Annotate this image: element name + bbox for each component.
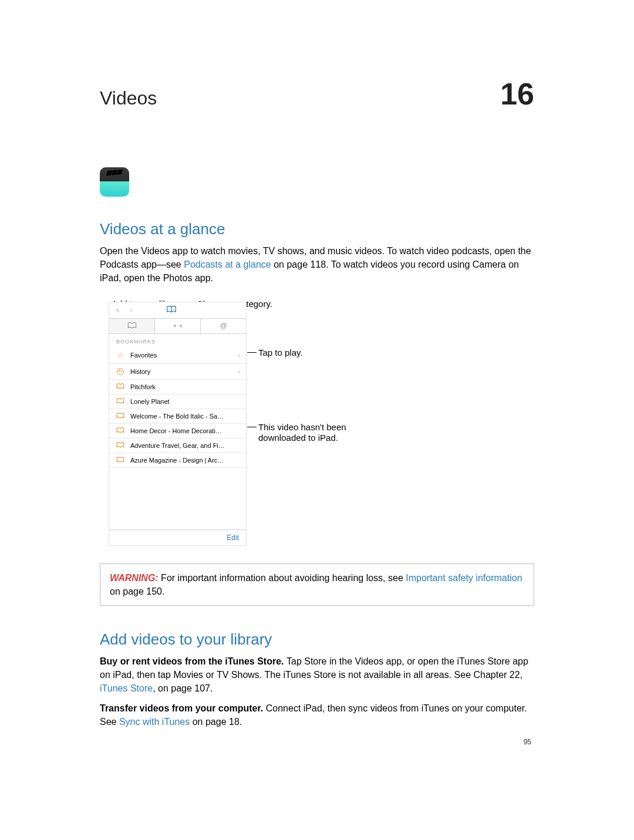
list-item[interactable]: Home Decor - Home Decorati…: [109, 424, 246, 438]
list-item-label: Favorites: [130, 352, 232, 359]
book-icon: [116, 398, 124, 404]
list-item[interactable]: Welcome - The Bold Italic - Sa…: [109, 409, 246, 424]
callout-tap-play: Tap to play.: [258, 348, 303, 359]
screenshot-figure: Add to your library. Choose a category. …: [109, 302, 534, 546]
link-safety-info[interactable]: Important safety information: [406, 573, 522, 583]
chevron-right-icon: ›: [238, 351, 240, 359]
list-item-label: Adventure Travel, Gear, and Fi…: [130, 442, 240, 449]
book-icon: [116, 427, 124, 434]
tab-bar: ⚬⚬ @: [109, 319, 246, 334]
chevron-right-icon: ›: [238, 367, 240, 376]
list-item-label: Home Decor - Home Decorati…: [130, 427, 240, 434]
list-item[interactable]: Lonely Planet: [109, 394, 246, 409]
paragraph-buy-rent: Buy or rent videos from the iTunes Store…: [100, 655, 534, 696]
book-open-icon: [166, 306, 177, 315]
list-item[interactable]: Pitchfork: [109, 380, 246, 394]
warning-label: WARNING:: [110, 573, 161, 583]
link-podcasts[interactable]: Podcasts at a glance: [184, 259, 271, 269]
link-sync-itunes[interactable]: Sync with iTunes: [119, 717, 190, 727]
tab-shared-links[interactable]: @: [201, 319, 246, 333]
chapter-title: Videos: [100, 87, 157, 109]
chapter-number: 16: [500, 76, 534, 112]
paragraph-transfer: Transfer videos from your computer. Conn…: [100, 701, 534, 728]
callout-not-downloaded: This video hasn't beendownloaded to iPad…: [258, 422, 346, 444]
book-icon: [116, 383, 124, 390]
page-number: 95: [524, 738, 531, 746]
section-heading-add-videos: Add videos to your library: [100, 630, 534, 649]
list-item[interactable]: Adventure Travel, Gear, and Fi…: [109, 438, 246, 453]
list-item[interactable]: ☆Favorites›: [109, 348, 246, 364]
book-icon: [116, 442, 124, 448]
list-item-label: History: [130, 368, 232, 375]
list-item-label: Azure Magazine - Design | Arc…: [130, 457, 240, 464]
forward-icon: ›: [130, 305, 133, 315]
list-item-label: Lonely Planet: [130, 398, 240, 405]
link-itunes-store[interactable]: iTunes Store: [100, 683, 153, 693]
tab-reading-list[interactable]: ⚬⚬: [155, 319, 201, 333]
warning-box: WARNING: For important information about…: [100, 564, 534, 606]
chapter-header: Videos 16: [100, 76, 534, 112]
star-icon: ☆: [116, 351, 124, 360]
edit-button[interactable]: Edit: [109, 529, 246, 545]
list-item-label: Pitchfork: [130, 383, 240, 390]
list-item[interactable]: ↻History›: [109, 364, 246, 380]
book-icon: [116, 457, 124, 463]
browser-top-bar: ‹ ›: [109, 302, 246, 319]
section-paragraph: Open the Videos app to watch movies, TV …: [100, 244, 534, 285]
section-heading-glance: Videos at a glance: [100, 220, 534, 238]
tab-bookmarks[interactable]: [109, 319, 155, 333]
list-item[interactable]: Azure Magazine - Design | Arc…: [109, 453, 246, 468]
list-item-label: Welcome - The Bold Italic - Sa…: [130, 413, 240, 420]
clock-icon: ↻: [116, 368, 124, 375]
bookmarks-label: BOOKMARKS: [109, 334, 246, 348]
videos-app-icon: [100, 167, 129, 197]
back-icon: ‹: [116, 305, 119, 315]
book-icon: [116, 413, 124, 419]
bookmarks-screenshot: ‹ › ⚬⚬ @ BOOKMARKS ☆Favorites›↻History›P…: [109, 302, 247, 546]
